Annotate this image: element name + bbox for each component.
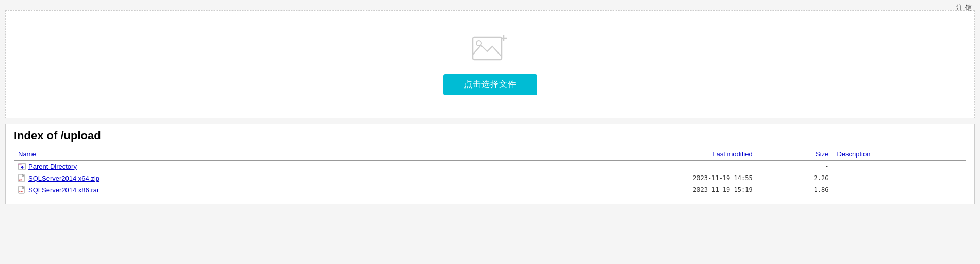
select-file-button[interactable]: 点击选择文件: [443, 74, 537, 95]
upload-icon-area: [472, 34, 509, 66]
top-bar: 注 销: [948, 0, 980, 15]
table-row: Parent Directory-: [14, 161, 966, 172]
file-desc-cell: [833, 172, 966, 184]
file-table: Name Last modified Size Description Pare…: [14, 148, 966, 196]
logout-button[interactable]: 注 销: [954, 2, 974, 13]
col-header-description[interactable]: Description: [833, 148, 966, 161]
table-row: ZIPSQLServer2014 x64.zip2023-11-19 14:55…: [14, 172, 966, 184]
svg-point-1: [476, 41, 481, 46]
icon-zip: ZIP: [18, 174, 26, 182]
file-modified-cell: 2023-11-19 14:55: [585, 172, 756, 184]
file-link[interactable]: SQLServer2014 x86.rar: [28, 186, 99, 194]
index-title: Index of /upload: [14, 129, 966, 143]
col-header-modified[interactable]: Last modified: [585, 148, 756, 161]
icon-folder-up: [18, 162, 26, 170]
image-placeholder-icon: [472, 34, 509, 64]
file-link[interactable]: SQLServer2014 x64.zip: [28, 174, 99, 182]
upload-section: 点击选择文件: [5, 10, 975, 118]
file-name-cell: RARSQLServer2014 x86.rar: [14, 184, 585, 196]
file-desc-cell: [833, 161, 966, 172]
file-size-cell: 1.8G: [757, 184, 833, 196]
svg-rect-0: [473, 37, 502, 60]
file-size-cell: -: [757, 161, 833, 172]
svg-text:ZIP: ZIP: [19, 179, 23, 181]
table-row: RARSQLServer2014 x86.rar2023-11-19 15:19…: [14, 184, 966, 196]
file-link[interactable]: Parent Directory: [28, 163, 77, 170]
col-header-name[interactable]: Name: [14, 148, 585, 161]
file-size-cell: 2.2G: [757, 172, 833, 184]
index-section: Index of /upload Name Last modified Size…: [5, 124, 975, 204]
file-modified-cell: 2023-11-19 15:19: [585, 184, 756, 196]
file-desc-cell: [833, 184, 966, 196]
icon-rar: RAR: [18, 186, 26, 194]
svg-text:RAR: RAR: [19, 190, 24, 193]
svg-rect-5: [18, 164, 22, 165]
file-name-cell: ZIPSQLServer2014 x64.zip: [14, 172, 585, 184]
file-name-cell: Parent Directory: [14, 161, 585, 172]
col-header-size[interactable]: Size: [757, 148, 833, 161]
file-modified-cell: [585, 161, 756, 172]
